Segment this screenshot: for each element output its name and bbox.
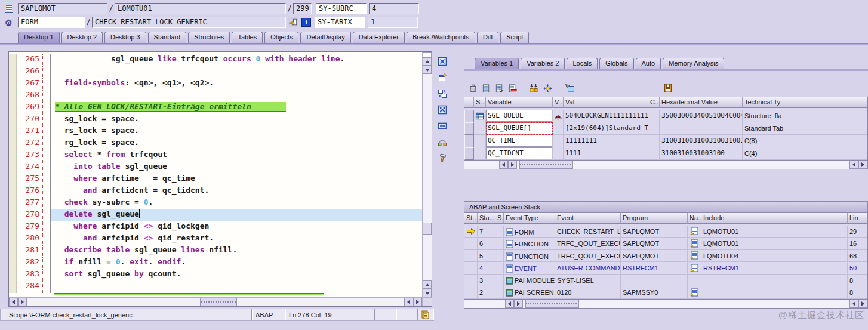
code-text[interactable]: select * from trfcqout [51, 150, 422, 162]
maximize-icon[interactable] [436, 104, 448, 115]
tab-data-explorer[interactable]: Data Explorer [353, 32, 405, 43]
scroll-left-button[interactable] [9, 298, 18, 306]
code-text[interactable]: and arfctidcnt = qc_tidcnt. [51, 186, 422, 198]
code-text[interactable]: and arfcipid <> qid_restart. [51, 233, 422, 245]
row-selector-button[interactable] [464, 135, 474, 147]
fit-width-icon[interactable] [436, 121, 448, 131]
scroll-right-button[interactable] [858, 300, 867, 308]
code-text[interactable]: where arfctime = qc_time [51, 174, 422, 186]
col-event-type[interactable]: Event Type [504, 213, 555, 224]
scroll-right-button[interactable] [413, 298, 422, 306]
variable-name-cell[interactable]: QC_TIME [486, 135, 553, 147]
scroll-up-button[interactable] [423, 280, 432, 289]
breakpoint-gutter[interactable] [9, 162, 17, 174]
code-line-265[interactable]: 265 sgl_queue like trfcqout occurs 0 wit… [9, 54, 422, 66]
stack-event-cell[interactable]: 0120 [555, 286, 621, 299]
tab-detaildisplay[interactable]: DetailDisplay [300, 32, 350, 43]
tab-auto[interactable]: Auto [636, 58, 661, 69]
stack-program-cell[interactable] [621, 275, 688, 287]
variables-horizontal-scrollbar[interactable] [464, 161, 868, 169]
code-line-283[interactable]: 283 sort sgl_queue by qcount. [9, 269, 422, 281]
col-program[interactable]: Program [621, 213, 688, 224]
variable-value-cell[interactable]: 1111 [564, 147, 648, 160]
breakpoint-gutter[interactable] [9, 233, 17, 245]
code-line-273[interactable]: 273 select * from trfcqout [9, 150, 422, 162]
col-stack[interactable]: Sta... [478, 213, 495, 224]
swap-windows-icon[interactable] [436, 88, 448, 99]
scroll-left-button[interactable] [849, 161, 858, 169]
step-out-icon[interactable] [288, 17, 298, 27]
scroll-left-button[interactable] [505, 300, 514, 308]
move-columns-icon[interactable] [543, 84, 553, 93]
col-st[interactable]: St... [464, 213, 478, 224]
code-text[interactable]: sg_lock = space. [51, 114, 422, 126]
code-line-280[interactable]: 280 and arfcipid <> qid_restart. [9, 233, 422, 245]
variable-name-cell[interactable]: QC_TIDCNT [486, 147, 553, 160]
breakpoint-gutter[interactable] [9, 90, 17, 102]
breakpoint-gutter[interactable] [9, 209, 17, 221]
variable-value-cell[interactable]: [2x19(604)]Standard Table [564, 122, 648, 135]
row-selector-button[interactable] [464, 110, 474, 122]
breakpoint-gutter[interactable] [9, 245, 17, 257]
scroll-down-button[interactable] [423, 66, 432, 74]
code-text[interactable]: check sy-subrc = 0. [51, 198, 422, 209]
tab-standard[interactable]: Standard [148, 32, 187, 43]
col-technical-type[interactable]: Technical Ty [743, 97, 867, 108]
navigate-include-icon[interactable] [690, 227, 698, 235]
code-line-281[interactable]: 281 describe table sgl_queue lines nfill… [9, 245, 422, 257]
tab-diff[interactable]: Diff [477, 32, 498, 43]
stack-event-cell[interactable]: SYST-LISEL [555, 275, 621, 287]
table-goto-icon[interactable] [495, 84, 504, 93]
code-text[interactable]: describe table sgl_queue lines nfill. [51, 245, 422, 257]
variable-name-cell[interactable]: SGL_QUEUE[] [486, 122, 553, 135]
code-line-272[interactable]: 272 rg_lock = space. [9, 138, 422, 150]
new-session-icon[interactable] [436, 72, 448, 83]
code-line-267[interactable]: 267 field-symbols: <qn>, <q1>, <q2>. [9, 78, 422, 90]
code-text[interactable] [51, 90, 422, 102]
breakpoint-gutter[interactable] [9, 186, 17, 198]
scroll-right-button[interactable] [18, 298, 27, 306]
tab-variables-2[interactable]: Variables 2 [521, 58, 565, 69]
stack-include-cell[interactable]: LQMOTU01 [701, 238, 848, 250]
breakpoint-gutter[interactable] [9, 257, 17, 269]
sy-tabix-label-field[interactable]: SY-TABIX [315, 17, 365, 28]
col-hex[interactable]: Hexadecimal Value [660, 97, 743, 108]
scroll-left-button[interactable] [499, 161, 508, 169]
code-line-275[interactable]: 275 where arfctime = qc_time [9, 174, 422, 186]
variable-name-cell[interactable]: SGL_QUEUE [486, 110, 553, 122]
breakpoint-gutter[interactable] [9, 54, 17, 66]
col-event[interactable]: Event [555, 213, 621, 224]
sy-tabix-value-field[interactable]: 1 [368, 17, 418, 28]
stack-event-type-cell[interactable]: FORM [504, 226, 555, 238]
table-view-icon[interactable] [482, 84, 491, 93]
paste-icon[interactable] [565, 84, 575, 93]
breakpoint-gutter[interactable] [9, 281, 17, 293]
col-na[interactable]: Na... [688, 213, 701, 224]
stack-program-cell[interactable]: SAPLQMOT [621, 238, 688, 250]
scroll-up-button[interactable] [423, 57, 432, 66]
code-text[interactable]: where arfcipid <> qid_lockgen [51, 221, 422, 233]
tab-objects[interactable]: Objects [264, 32, 298, 43]
breakpoint-gutter[interactable] [9, 78, 17, 90]
breakpoint-gutter[interactable] [9, 174, 17, 186]
save-layout-icon[interactable] [663, 83, 673, 93]
scroll-right-button[interactable] [508, 161, 517, 169]
code-text[interactable]: rs_lock = space. [51, 126, 422, 138]
stack-number-cell[interactable]: 3 [478, 275, 495, 287]
tab-desktop-1[interactable]: Desktop 1 [18, 32, 60, 43]
code-line-266[interactable]: 266 [9, 66, 422, 78]
code-text[interactable]: field-symbols: <qn>, <q1>, <q2>. [51, 78, 422, 90]
stack-include-cell[interactable] [701, 286, 848, 299]
breakpoint-gutter[interactable] [9, 138, 17, 150]
stack-event-cell[interactable]: ATUSER-COMMAND [555, 262, 621, 275]
tab-memory-analysis[interactable]: Memory Analysis [663, 58, 724, 69]
stack-number-cell[interactable]: 4 [478, 262, 495, 275]
col-s[interactable]: S.. [495, 213, 504, 224]
code-text[interactable] [51, 66, 422, 78]
row-selector-button[interactable] [464, 122, 474, 135]
scroll-thumb[interactable] [519, 161, 573, 169]
configure-tool-icon[interactable] [436, 153, 448, 164]
code-line-276[interactable]: 276 and arfctidcnt = qc_tidcnt. [9, 186, 422, 198]
code-line-274[interactable]: 274 into table sgl_queue [9, 162, 422, 174]
code-line-268[interactable]: 268 [9, 90, 422, 102]
